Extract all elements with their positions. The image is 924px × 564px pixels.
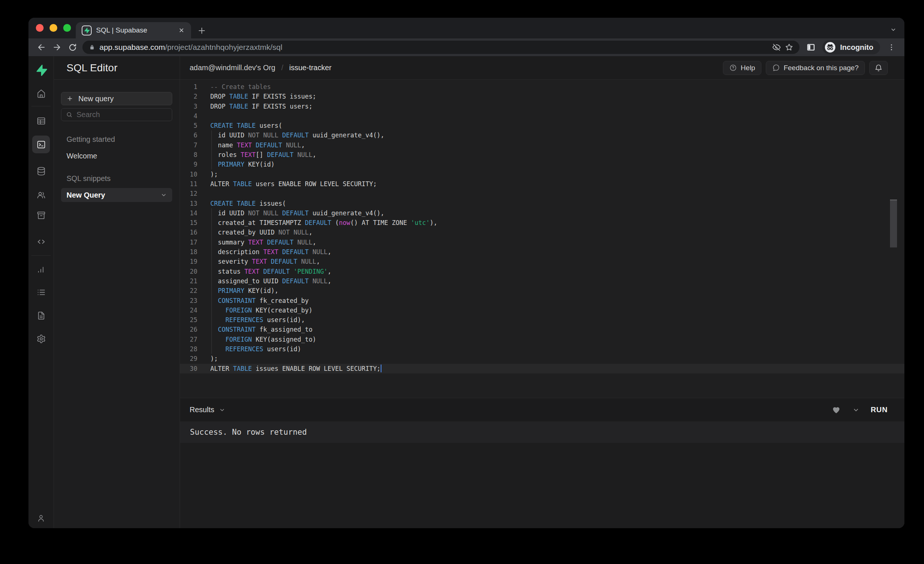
padlock-icon[interactable] [88, 43, 96, 51]
code-line[interactable]: 4 [180, 111, 904, 121]
sql-code-editor[interactable]: 1-- Create tables2DROP TABLE IF EXISTS i… [180, 80, 904, 398]
new-query-button-label: New query [78, 94, 114, 103]
run-options-chevron-icon[interactable] [852, 406, 860, 414]
code-line[interactable]: 21 assigned_to UUID DEFAULT NULL, [180, 276, 904, 286]
code-line[interactable]: 30ALTER TABLE issues ENABLE ROW LEVEL SE… [180, 364, 904, 373]
code-line[interactable]: 20 status TEXT DEFAULT 'PENDING', [180, 267, 904, 276]
code-text: ALTER TABLE issues ENABLE ROW LEVEL SECU… [201, 364, 381, 373]
favorite-heart-icon[interactable] [831, 405, 841, 415]
code-text: assigned_to UUID DEFAULT NULL, [201, 276, 332, 286]
code-line[interactable]: 8 roles TEXT[] DEFAULT NULL, [180, 150, 904, 160]
zoom-window-button[interactable] [63, 24, 71, 32]
rail-item-api-docs[interactable] [32, 307, 50, 324]
line-number: 28 [180, 344, 201, 354]
code-line[interactable]: 25 REFERENCES users(id), [180, 315, 904, 325]
rail-item-account-user[interactable] [32, 509, 50, 527]
code-line[interactable]: 11ALTER TABLE users ENABLE ROW LEVEL SEC… [180, 179, 904, 189]
code-text: FOREIGN KEY(created_by) [201, 305, 312, 315]
code-line[interactable]: 1-- Create tables [180, 82, 904, 91]
code-line[interactable]: 26 CONSTRAINT fk_assigned_to [180, 325, 904, 334]
indent-guide [212, 315, 212, 325]
breadcrumb-separator: / [281, 64, 284, 72]
indent-guide [212, 160, 212, 169]
chevron-down-icon[interactable] [160, 192, 167, 198]
code-line[interactable]: 19 severity TEXT DEFAULT NULL, [180, 257, 904, 266]
code-line[interactable]: 3DROP TABLE IF EXISTS users; [180, 102, 904, 111]
new-tab-button[interactable] [195, 24, 208, 37]
rail-item-database[interactable] [32, 162, 50, 180]
results-selector[interactable]: Results [190, 405, 831, 414]
sidebar-item-welcome[interactable]: Welcome [66, 152, 172, 160]
tab-search-chevron-icon[interactable] [890, 26, 897, 33]
line-number: 8 [180, 150, 201, 160]
feedback-button[interactable]: Feedback on this page? [766, 61, 865, 75]
code-line[interactable]: 15 created_at TIMESTAMPTZ DEFAULT (now()… [180, 218, 904, 227]
code-text: CONSTRAINT fk_assigned_to [201, 325, 312, 334]
code-line[interactable]: 10); [180, 169, 904, 179]
minimize-window-button[interactable] [50, 24, 57, 32]
code-line[interactable]: 24 FOREIGN KEY(created_by) [180, 305, 904, 315]
sidebar-item-new-query-snippet[interactable]: New Query [61, 188, 172, 202]
line-number: 17 [180, 238, 201, 247]
rail-item-sql-editor[interactable] [32, 136, 50, 153]
code-line[interactable]: 5CREATE TABLE users( [180, 121, 904, 130]
indent-guide [212, 325, 212, 334]
code-line[interactable]: 23 CONSTRAINT fk_created_by [180, 296, 904, 305]
editor-scrollbar[interactable] [890, 199, 897, 247]
search-box[interactable] [61, 108, 172, 121]
code-line[interactable]: 28 REFERENCES users(id) [180, 344, 904, 354]
tab-close-icon[interactable] [178, 27, 185, 34]
code-line[interactable]: 7 name TEXT DEFAULT NULL, [180, 141, 904, 150]
browser-menu-kebab-icon[interactable] [884, 40, 899, 55]
forward-button[interactable] [49, 40, 64, 55]
code-line[interactable]: 6 id UUID NOT NULL DEFAULT uuid_generate… [180, 130, 904, 140]
code-text: CREATE TABLE issues( [201, 199, 286, 208]
bookmark-star-icon[interactable] [784, 43, 794, 52]
code-line[interactable]: 13CREATE TABLE issues( [180, 199, 904, 208]
results-utility-bar: Results RUN [180, 398, 904, 422]
incognito-badge[interactable]: Incognito [822, 40, 880, 54]
code-text: severity TEXT DEFAULT NULL, [201, 257, 320, 266]
indent-guide [212, 208, 212, 218]
rail-item-reports[interactable] [32, 260, 50, 278]
line-number: 7 [180, 141, 201, 150]
tab-strip: SQL | Supabase [28, 18, 904, 39]
rail-item-home[interactable] [32, 85, 50, 102]
breadcrumb-org[interactable]: adam@windmill.dev's Org [190, 64, 275, 72]
reload-button[interactable] [64, 40, 80, 55]
side-panel-icon[interactable] [803, 40, 819, 55]
search-input[interactable] [76, 111, 167, 119]
code-line[interactable]: 27 FOREIGN KEY(assigned_to) [180, 335, 904, 344]
rail-item-settings[interactable] [32, 330, 50, 347]
close-window-button[interactable] [36, 24, 44, 32]
code-line[interactable]: 2DROP TABLE IF EXISTS issues; [180, 91, 904, 101]
new-query-button[interactable]: New query [61, 92, 172, 105]
line-number: 4 [180, 111, 201, 121]
code-line[interactable]: 16 created_by UUID NOT NULL, [180, 227, 904, 237]
url-bar[interactable]: app.supabase.com/project/azahtnhqohyjerz… [82, 40, 800, 54]
breadcrumb-project[interactable]: issue-tracker [290, 64, 332, 72]
browser-tab[interactable]: SQL | Supabase [76, 22, 191, 39]
rail-item-auth-users[interactable] [32, 186, 50, 203]
code-line[interactable]: 18 description TEXT DEFAULT NULL, [180, 247, 904, 257]
rail-item-storage[interactable] [32, 206, 50, 224]
code-line[interactable]: 9 PRIMARY KEY(id) [180, 160, 904, 169]
rail-item-edge-functions[interactable] [32, 233, 50, 250]
help-button[interactable]: Help [723, 61, 761, 75]
code-line[interactable]: 17 summary TEXT DEFAULT NULL, [180, 238, 904, 247]
code-line[interactable]: 12 [180, 189, 904, 198]
code-line[interactable]: 29); [180, 354, 904, 364]
notifications-button[interactable] [869, 61, 888, 75]
line-number: 5 [180, 121, 201, 130]
code-text: ALTER TABLE users ENABLE ROW LEVEL SECUR… [201, 179, 376, 189]
code-line[interactable]: 14 id UUID NOT NULL DEFAULT uuid_generat… [180, 208, 904, 218]
code-line[interactable]: 22 PRIMARY KEY(id), [180, 286, 904, 295]
line-number: 25 [180, 315, 201, 325]
run-button[interactable]: RUN [871, 405, 888, 414]
rail-item-table-editor[interactable] [32, 112, 50, 130]
eye-off-icon[interactable] [772, 43, 781, 52]
url-text[interactable]: app.supabase.com/project/azahtnhqohyjerz… [99, 43, 768, 52]
back-button[interactable] [34, 40, 49, 55]
code-text: roles TEXT[] DEFAULT NULL, [201, 150, 316, 160]
rail-item-logs[interactable] [32, 283, 50, 301]
